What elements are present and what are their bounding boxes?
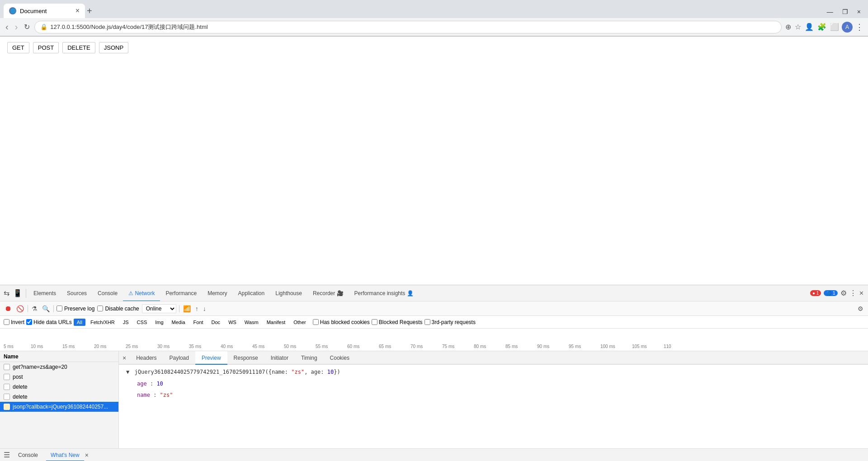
- profile-icon[interactable]: 👤: [804, 22, 815, 32]
- back-button[interactable]: ‹: [4, 21, 10, 33]
- refresh-button[interactable]: ↻: [22, 22, 32, 32]
- lock-icon: 🔒: [40, 24, 47, 30]
- new-tab-button[interactable]: +: [87, 6, 92, 16]
- tab-close-icon[interactable]: ×: [75, 7, 80, 15]
- window-close-button[interactable]: ×: [854, 7, 864, 16]
- address-bar[interactable]: 🔒 127.0.0.1:5500/Node.js/day4/code/17测试接…: [34, 21, 782, 33]
- browser-tab[interactable]: 🌐 Document ×: [4, 4, 85, 18]
- tab-favicon: 🌐: [9, 7, 16, 14]
- bookmark-icon[interactable]: ☆: [794, 22, 802, 32]
- extension-icon[interactable]: ⬜: [829, 22, 840, 32]
- post-button[interactable]: POST: [33, 42, 59, 53]
- devtools-panel: ⇆ 📱 Elements Sources Console ⚠ Network P…: [0, 285, 868, 285]
- menu-icon[interactable]: ⋮: [854, 21, 864, 33]
- jsonp-button[interactable]: JSONP: [99, 42, 128, 53]
- page-content: GET POST DELETE JSONP: [0, 37, 868, 285]
- url-text: 127.0.0.1:5500/Node.js/day4/code/17测试接口跨…: [50, 23, 208, 31]
- maximize-button[interactable]: ❐: [839, 7, 852, 16]
- get-button[interactable]: GET: [7, 42, 29, 53]
- forward-button[interactable]: ›: [13, 21, 20, 33]
- minimize-button[interactable]: —: [823, 7, 837, 16]
- puzzle-icon[interactable]: 🧩: [816, 22, 827, 32]
- avatar-icon[interactable]: A: [842, 22, 853, 33]
- delete-button[interactable]: DELETE: [62, 42, 95, 53]
- tab-title: Document: [20, 8, 72, 14]
- cast-icon[interactable]: ⊕: [784, 22, 792, 32]
